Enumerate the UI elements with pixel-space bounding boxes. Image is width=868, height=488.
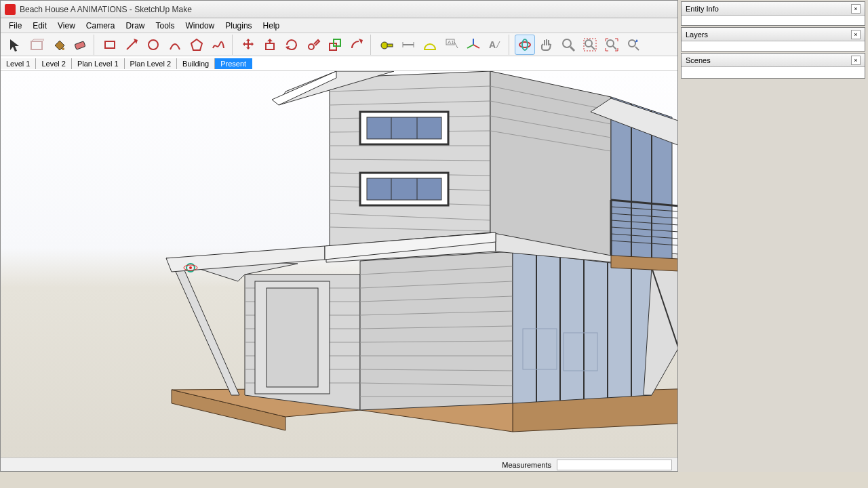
rectangle-tool[interactable] <box>100 35 120 55</box>
scene-tab-building[interactable]: Building <box>177 58 215 69</box>
orbit-tool[interactable] <box>515 35 535 55</box>
panel-body[interactable] <box>682 67 865 78</box>
svg-point-1 <box>62 47 64 50</box>
scene-tab-plan-level-2[interactable]: Plan Level 2 <box>125 58 178 69</box>
pushpull-icon <box>262 37 277 52</box>
scene-tab-present[interactable]: Present <box>215 58 252 69</box>
followme-icon <box>306 37 321 52</box>
rectangle-icon <box>102 37 117 52</box>
axes-tool[interactable] <box>463 35 484 55</box>
svg-line-28 <box>591 46 595 49</box>
menu-edit[interactable]: Edit <box>27 20 52 32</box>
scene-tab-level-1[interactable]: Level 1 <box>1 58 36 69</box>
svg-marker-48 <box>360 251 513 410</box>
menu-view[interactable]: View <box>52 20 81 32</box>
eraser-tool[interactable] <box>70 35 90 55</box>
pan-icon <box>539 37 554 52</box>
toolbar-separator <box>232 35 235 55</box>
titlebar[interactable]: Beach House A ANIMATIONS - SketchUp Make <box>1 1 677 18</box>
svg-rect-47 <box>267 288 318 387</box>
panel-layers: Layers× <box>681 27 865 52</box>
3dtext-tool[interactable]: A <box>485 35 505 55</box>
rotate-tool[interactable] <box>281 35 302 55</box>
followme-tool[interactable] <box>303 35 323 55</box>
menu-file[interactable]: File <box>3 20 27 32</box>
offset-tool[interactable] <box>347 35 367 55</box>
pan-tool[interactable] <box>536 35 557 55</box>
pushpull-tool[interactable] <box>260 35 280 55</box>
panel-title-label: Layers <box>686 30 708 39</box>
sketchup-app-icon <box>5 4 16 15</box>
panel-titlebar[interactable]: Entity Info× <box>682 2 865 16</box>
zoom-window-tool[interactable] <box>580 35 600 55</box>
panel-body[interactable] <box>682 16 865 25</box>
circle-icon <box>146 37 161 52</box>
desktop-background <box>0 472 868 488</box>
circle-tool[interactable] <box>143 35 163 55</box>
svg-marker-6 <box>191 39 202 50</box>
zoom-extents-tool[interactable] <box>601 35 622 55</box>
polygon-icon <box>189 37 204 52</box>
svg-text:A: A <box>489 39 496 50</box>
measurements-label: Measurements <box>502 461 551 469</box>
move-tool[interactable] <box>238 35 258 55</box>
zoom-tool[interactable] <box>558 35 578 55</box>
previous-icon <box>626 37 641 52</box>
svg-rect-3 <box>105 41 115 48</box>
measurements-input[interactable] <box>557 460 672 470</box>
select-tool[interactable] <box>5 35 25 55</box>
tape-tool[interactable] <box>376 35 397 55</box>
panel-titlebar[interactable]: Scenes× <box>682 54 865 67</box>
svg-point-25 <box>563 39 571 47</box>
tape-icon <box>379 37 394 52</box>
toolbar: A1A <box>1 33 677 56</box>
move-icon <box>241 37 256 52</box>
toolbar-separator <box>94 35 96 55</box>
main-window: Beach House A ANIMATIONS - SketchUp Make… <box>0 0 678 472</box>
menubar: File Edit View Camera Draw Tools Window … <box>1 18 677 33</box>
scene-tab-level-2[interactable]: Level 2 <box>36 58 71 69</box>
protractor-tool[interactable] <box>420 35 440 55</box>
dimension-tool[interactable] <box>398 35 418 55</box>
polygon-tool[interactable] <box>186 35 207 55</box>
viewport-3d[interactable] <box>1 71 677 464</box>
svg-line-26 <box>570 47 574 51</box>
menu-draw[interactable]: Draw <box>121 20 151 32</box>
paint-bucket-tool[interactable] <box>48 35 68 55</box>
panel-body[interactable] <box>682 41 865 51</box>
orbit-icon <box>517 37 532 52</box>
svg-line-4 <box>127 40 136 49</box>
window-title: Beach House A ANIMATIONS - SketchUp Make <box>20 5 192 14</box>
toolbar-separator <box>509 35 511 55</box>
line-tool[interactable] <box>121 35 142 55</box>
text-tool[interactable]: A1 <box>441 35 462 55</box>
svg-rect-0 <box>31 41 42 49</box>
line-icon <box>124 37 139 52</box>
close-icon[interactable]: × <box>851 4 861 14</box>
menu-help[interactable]: Help <box>258 20 285 32</box>
zoom-window-icon <box>583 37 597 52</box>
arc-icon <box>167 37 182 52</box>
zoom-icon <box>561 37 576 52</box>
toolbar-separator <box>370 35 373 55</box>
arc-tool[interactable] <box>165 35 185 55</box>
svg-line-31 <box>613 46 616 49</box>
freehand-tool[interactable] <box>208 35 229 55</box>
menu-camera[interactable]: Camera <box>81 20 121 32</box>
rotate-icon <box>284 37 299 52</box>
close-icon[interactable]: × <box>851 30 861 39</box>
close-icon[interactable]: × <box>851 56 861 65</box>
svg-point-5 <box>149 40 158 49</box>
scale-tool[interactable] <box>325 35 345 55</box>
zoom-extents-icon <box>604 37 619 52</box>
menu-window[interactable]: Window <box>180 20 220 32</box>
make-component-tool[interactable] <box>26 35 47 55</box>
menu-plugins[interactable]: Plugins <box>220 20 257 32</box>
menu-tools[interactable]: Tools <box>151 20 180 32</box>
freehand-icon <box>211 37 226 52</box>
panel-titlebar[interactable]: Layers× <box>682 28 865 41</box>
scene-tab-plan-level-1[interactable]: Plan Level 1 <box>72 58 125 69</box>
panel-title-label: Entity Info <box>686 5 719 13</box>
svg-rect-2 <box>75 41 85 49</box>
previous-tool[interactable] <box>623 35 644 55</box>
